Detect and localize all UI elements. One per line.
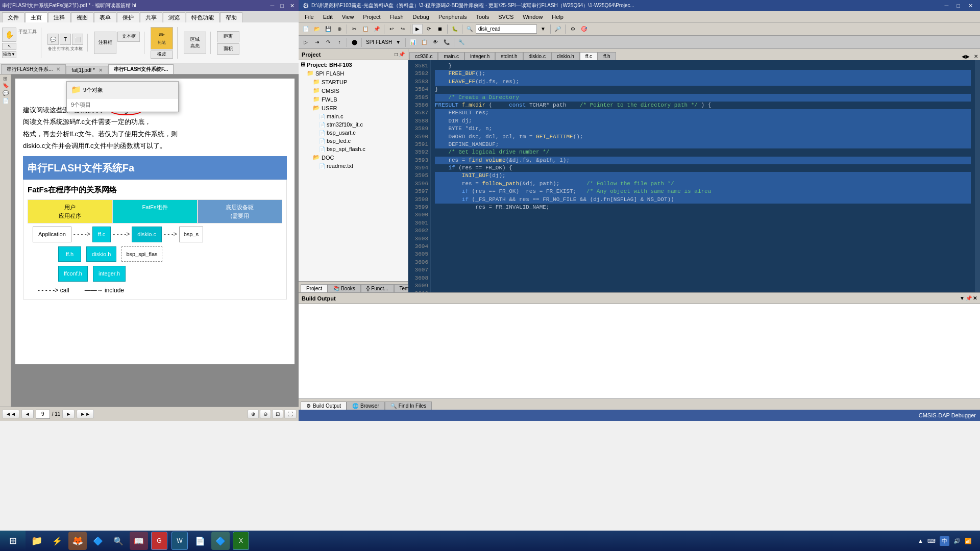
pdf-prev-page-btn[interactable]: ◄ [21,410,34,418]
hand-tool-btn[interactable]: ✋ [2,28,16,42]
project-pin-btn[interactable]: 📌 [399,52,405,57]
pdf-fullscreen-btn[interactable]: ⛶ [284,410,297,418]
tray-volume-icon[interactable]: 🔊 [953,538,961,544]
ide-close-icon[interactable]: ✕ [965,3,976,9]
copy-btn[interactable]: 📋 [360,24,371,34]
tree-doc[interactable]: 📂 DOC [299,153,408,162]
tab-comment[interactable]: 注释 [48,12,70,22]
taskbar-excel[interactable]: X [233,532,249,550]
bottom-panel-close[interactable]: ✕ [973,295,977,301]
stop-btn[interactable]: ⏹ [435,24,445,34]
stepover-btn[interactable]: ↷ [323,37,333,47]
taskbar-reader[interactable]: 📖 [130,532,148,550]
tree-fwlb[interactable]: 📁 FWLB [299,95,408,104]
config-btn[interactable]: ⚙ [568,24,578,34]
close-icon[interactable]: ✕ [288,3,297,9]
taskbar-gaaiho[interactable]: G [151,532,167,550]
breakpoint-btn[interactable]: ⬤ [349,37,359,47]
save-btn[interactable]: 💾 [323,24,333,34]
target-dropdown-btn[interactable]: ▼ [393,37,403,47]
pdf-next-page-btn[interactable]: ► [62,410,75,418]
taskbar-firefox[interactable]: 🦊 [68,532,87,550]
pdf-first-page-btn[interactable]: ◄◄ [2,410,19,418]
tab-protect[interactable]: 保护 [117,12,139,22]
file-tab-diskioh[interactable]: diskio.h [551,52,580,60]
undo-btn[interactable]: ↩ [386,24,397,34]
pdf-page-input[interactable] [36,410,50,419]
start-button[interactable]: ⊞ [0,531,26,551]
search-input[interactable] [476,24,537,34]
sidebar-layer-btn[interactable]: 📄 [3,98,9,104]
taskbar-app-2[interactable]: ⚡ [48,532,66,550]
tree-bspled[interactable]: 📄 bsp_led.c [299,137,408,145]
distance-btn[interactable]: 距离 [217,31,239,42]
file-tab-cc936[interactable]: cc936.c [409,52,438,60]
pdf-fit-btn[interactable]: ⊡ [272,410,283,418]
find-btn[interactable]: 🔍 [464,24,475,34]
tree-bspspi[interactable]: 📄 bsp_spi_flash.c [299,145,408,153]
pdf-last-page-btn[interactable]: ►► [77,410,94,418]
zoom-in-btn[interactable]: 🔎 [553,24,563,34]
bottom-panel-collapse[interactable]: ▼ [960,295,965,301]
menu-svcs[interactable]: SVCS [494,13,518,21]
tab-home[interactable]: 主页 [25,12,47,22]
taskbar-explorer[interactable]: 📁 [28,532,46,550]
menu-debug[interactable]: Debug [409,13,433,21]
tab-form[interactable]: 表单 [94,12,116,22]
periph-btn[interactable]: 🔧 [456,37,467,47]
save-all-btn[interactable]: ⊕ [334,24,345,34]
bottom-panel-pin[interactable]: 📌 [966,295,972,301]
sidebar-bookmark-btn[interactable]: 🔖 [3,83,9,88]
redo-btn[interactable]: ↪ [398,24,408,34]
pdf-zoom-out-btn[interactable]: ⊖ [260,410,271,418]
call-btn[interactable]: 📞 [442,37,452,47]
project-close-btn[interactable]: □ [395,52,398,57]
tab-project[interactable]: Project [301,284,328,292]
pdf-tab-2[interactable]: fat[1].pdf * ✕ [66,66,108,74]
ide-maximize-icon[interactable]: □ [953,3,963,9]
tab-view[interactable]: 视图 [71,12,93,22]
textbox-btn[interactable]: ⬜ [72,34,83,45]
watch-btn[interactable]: 👁 [430,37,440,47]
ide-minimize-icon[interactable]: ─ [942,3,952,9]
pencil-btn[interactable]: ✏铅笔 [151,27,173,49]
tree-readme[interactable]: 📄 readme.txt [299,162,408,170]
pdf-tab-1[interactable]: 串行FLASH文件系... ✕ [1,64,66,74]
text-frame-btn[interactable]: 文本框 [117,32,140,42]
eraser-btn[interactable]: 橡皮 [151,51,173,59]
pdf-zoom-in-btn[interactable]: ⊕ [248,410,259,418]
tree-spiflash[interactable]: 📁 SPI FLASH [299,69,408,78]
tab-build-output[interactable]: ⚙ Build Output [301,402,347,410]
menu-flash[interactable]: Flash [386,13,408,21]
target-btn[interactable]: 🎯 [579,24,589,34]
code-content[interactable]: } FREE_BUF(); LEAVE_FF(dj.fs, res); } /*… [431,60,975,292]
minimize-icon[interactable]: ─ [268,3,277,9]
maximize-icon[interactable]: □ [278,3,286,9]
new-file-btn[interactable]: 📄 [301,24,311,34]
menu-file[interactable]: File [301,13,318,21]
menu-peripherals[interactable]: Peripherals [434,13,471,21]
cut-btn[interactable]: ✂ [349,24,359,34]
taskbar-search[interactable]: 🔍 [109,532,128,550]
taskbar-doc[interactable]: 📄 [191,532,209,550]
select-tool-btn[interactable]: ↖ [2,43,16,50]
file-tab-ffc[interactable]: ff.c [580,52,598,60]
taskbar-word[interactable]: W [172,532,188,550]
stepout-btn[interactable]: ↑ [334,37,345,47]
tree-stm32it[interactable]: 📄 stm32f10x_it.c [299,120,408,129]
tree-mainc[interactable]: 📄 main.c [299,112,408,120]
paste-btn[interactable]: 📌 [372,24,382,34]
typewriter-btn[interactable]: T [60,34,71,45]
tray-network-icon[interactable]: 📶 [965,538,972,544]
tab-browser[interactable]: 🌐 Browser [347,402,385,410]
rebuild-btn[interactable]: ⟳ [424,24,434,34]
code-scrollbar[interactable] [975,60,980,292]
build-btn[interactable]: ▶ [412,24,423,34]
tab-funct[interactable]: {} Funct... [361,284,394,292]
tree-cmsis[interactable]: 📁 CMSIS [299,86,408,95]
reg-btn[interactable]: 📋 [419,37,429,47]
tab-feature[interactable]: 特色功能 [186,12,219,22]
menu-help[interactable]: Help [548,13,568,21]
file-tab-diskioc[interactable]: diskio.c [523,52,551,60]
file-tab-main[interactable]: main.c [438,52,464,60]
